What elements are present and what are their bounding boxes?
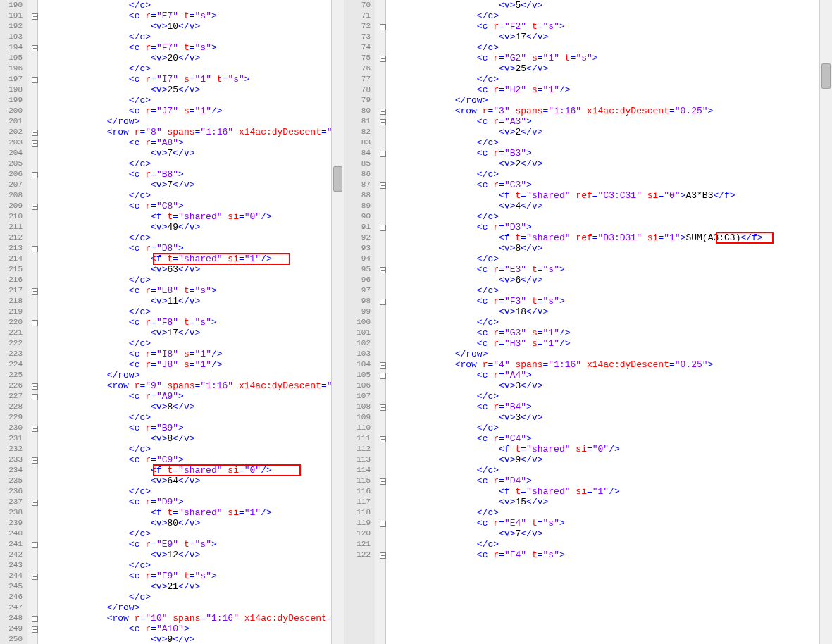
code-line[interactable]: </c>	[389, 391, 832, 402]
fold-marker-slot[interactable]	[375, 402, 385, 412]
code-line[interactable]: </c>	[41, 190, 344, 201]
code-line[interactable]: </c>	[41, 338, 344, 349]
fold-marker-slot[interactable]	[375, 328, 385, 338]
fold-marker-slot[interactable]	[27, 190, 37, 201]
code-line[interactable]: <c r="E8" t="s">	[41, 285, 344, 296]
fold-marker-slot[interactable]	[27, 74, 37, 85]
code-line[interactable]: <c r="F9" t="s">	[41, 571, 344, 581]
fold-marker-slot[interactable]	[375, 95, 385, 106]
code-line[interactable]: <row r="4" spans="1:16" x14ac:dyDescent=…	[389, 359, 832, 370]
fold-icon[interactable]	[32, 320, 38, 326]
fold-icon[interactable]	[380, 182, 386, 189]
code-line[interactable]: </c>	[389, 254, 832, 264]
fold-icon[interactable]	[32, 542, 38, 548]
fold-marker-slot[interactable]	[375, 285, 385, 296]
fold-marker-slot[interactable]	[27, 507, 37, 518]
code-line[interactable]: </row>	[389, 349, 832, 359]
fold-marker-slot[interactable]	[27, 0, 37, 11]
code-line[interactable]: <v>4</v>	[389, 201, 832, 211]
fold-icon[interactable]	[380, 267, 386, 273]
fold-marker-slot[interactable]	[27, 148, 37, 159]
right-scrollbar-thumb[interactable]	[821, 63, 831, 89]
fold-marker-slot[interactable]	[27, 306, 37, 317]
fold-marker-slot[interactable]	[375, 180, 385, 190]
fold-marker-slot[interactable]	[375, 74, 385, 85]
fold-marker-slot[interactable]	[375, 11, 385, 21]
code-line[interactable]: <v>8</v>	[389, 243, 832, 254]
code-line[interactable]: <v>9</v>	[41, 634, 344, 644]
code-line[interactable]: <f t="shared" si="1"/>	[389, 486, 832, 497]
fold-marker-slot[interactable]	[375, 391, 385, 402]
fold-marker-slot[interactable]	[27, 613, 37, 624]
code-line[interactable]: <c r="A4">	[389, 370, 832, 380]
code-line[interactable]: <f t="shared" ref="C3:C31" si="0">A3*B3<…	[389, 190, 832, 201]
fold-marker-slot[interactable]	[27, 402, 37, 412]
fold-marker-slot[interactable]	[27, 634, 37, 644]
fold-marker-slot[interactable]	[375, 0, 385, 11]
fold-icon[interactable]	[32, 13, 38, 20]
fold-marker-slot[interactable]	[375, 85, 385, 95]
code-line[interactable]: <v>21</v>	[41, 581, 344, 592]
code-line[interactable]: <v>9</v>	[389, 454, 832, 465]
code-line[interactable]: <v>8</v>	[41, 433, 344, 444]
left-code[interactable]: </c> <c r="E7" t="s"> <v>10</v> </c> <c …	[38, 0, 344, 644]
code-line[interactable]: <c r="D9">	[41, 497, 344, 507]
fold-marker-slot[interactable]	[375, 338, 385, 349]
fold-marker-slot[interactable]	[27, 32, 37, 42]
code-line[interactable]: </c>	[41, 592, 344, 602]
fold-marker-slot[interactable]	[375, 359, 385, 370]
fold-marker-slot[interactable]	[27, 454, 37, 465]
fold-marker-slot[interactable]	[375, 486, 385, 497]
fold-marker-slot[interactable]	[27, 328, 37, 338]
fold-marker-slot[interactable]	[27, 528, 37, 539]
code-line[interactable]: <c r="C4">	[389, 433, 832, 444]
fold-marker-slot[interactable]	[27, 95, 37, 106]
fold-marker-slot[interactable]	[27, 581, 37, 592]
fold-icon[interactable]	[32, 394, 38, 400]
fold-marker-slot[interactable]	[375, 423, 385, 433]
code-line[interactable]: <v>3</v>	[389, 380, 832, 391]
left-editor[interactable]: 1901911921931941951961971981992002012022…	[0, 0, 344, 644]
code-line[interactable]: </c>	[41, 306, 344, 317]
fold-marker-slot[interactable]	[27, 63, 37, 74]
fold-marker-slot[interactable]	[27, 285, 37, 296]
code-line[interactable]: <row r="10" spans="1:16" x14ac:dyDescent…	[41, 613, 344, 624]
fold-marker-slot[interactable]	[27, 476, 37, 486]
fold-marker-slot[interactable]	[27, 380, 37, 391]
code-line[interactable]: <c r="A10">	[41, 624, 344, 634]
fold-icon[interactable]	[32, 616, 38, 622]
fold-icon[interactable]	[32, 45, 38, 51]
code-line[interactable]: <f t="shared" ref="D3:D31" si="1">SUM(A3…	[389, 233, 832, 243]
fold-marker-slot[interactable]	[375, 317, 385, 328]
code-line[interactable]: </c>	[389, 169, 832, 180]
fold-marker-slot[interactable]	[375, 507, 385, 518]
fold-marker-slot[interactable]	[27, 602, 37, 613]
code-line[interactable]: <c r="E7" t="s">	[41, 11, 344, 21]
code-line[interactable]: <c r="D8">	[41, 243, 344, 254]
code-line[interactable]: <v>18</v>	[389, 306, 832, 317]
fold-marker-slot[interactable]	[375, 454, 385, 465]
fold-icon[interactable]	[32, 172, 38, 178]
code-line[interactable]: <c r="E4" t="s">	[389, 518, 832, 528]
fold-icon[interactable]	[32, 574, 38, 580]
fold-icon[interactable]	[380, 109, 386, 115]
code-line[interactable]: <c r="A9">	[41, 391, 344, 402]
code-line[interactable]: </row>	[41, 370, 344, 380]
fold-marker-slot[interactable]	[27, 433, 37, 444]
code-line[interactable]: </c>	[389, 423, 832, 433]
code-line[interactable]: <c r="D4">	[389, 476, 832, 486]
code-line[interactable]: <v>8</v>	[41, 402, 344, 412]
code-line[interactable]: </c>	[389, 11, 832, 21]
code-line[interactable]: <v>7</v>	[41, 148, 344, 159]
fold-icon[interactable]	[32, 204, 38, 210]
code-line[interactable]: <c r="E3" t="s">	[389, 264, 832, 275]
code-line[interactable]: <c r="F4" t="s">	[389, 550, 832, 560]
fold-marker-slot[interactable]	[27, 560, 37, 571]
code-line[interactable]: <c r="B8">	[41, 169, 344, 180]
code-line[interactable]: <f t="shared" si="0"/>	[41, 465, 344, 476]
code-line[interactable]: <v>20</v>	[41, 53, 344, 63]
code-line[interactable]: <v>7</v>	[41, 180, 344, 190]
fold-icon[interactable]	[32, 246, 38, 252]
code-line[interactable]: <v>12</v>	[41, 550, 344, 560]
fold-icon[interactable]	[32, 140, 38, 147]
